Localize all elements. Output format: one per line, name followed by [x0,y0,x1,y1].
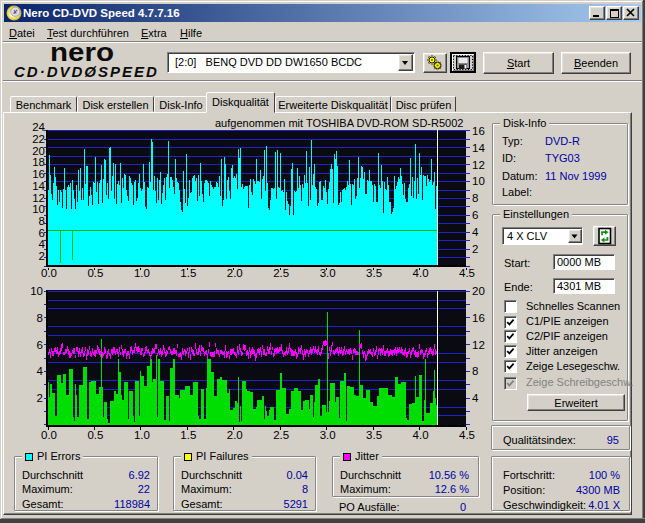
svg-text:0.5: 0.5 [87,429,103,441]
svg-text:8: 8 [472,365,478,377]
svg-text:6: 6 [37,339,43,351]
svg-text:24: 24 [32,121,45,133]
svg-text:1.0: 1.0 [134,429,150,441]
svg-text:2.5: 2.5 [273,429,289,441]
svg-text:3.0: 3.0 [320,429,336,441]
svg-text:2.5: 2.5 [273,267,289,279]
svg-text:3.5: 3.5 [366,267,382,279]
svg-text:3.5: 3.5 [366,429,382,441]
svg-text:14: 14 [472,142,485,154]
svg-text:20: 20 [32,145,45,157]
svg-text:8: 8 [39,215,45,227]
svg-text:2: 2 [39,250,45,262]
svg-text:0.0: 0.0 [41,267,57,279]
svg-text:20: 20 [472,285,485,297]
svg-text:2.0: 2.0 [227,267,243,279]
svg-text:10: 10 [32,203,45,215]
svg-text:12: 12 [472,339,485,351]
svg-text:3.0: 3.0 [320,267,336,279]
svg-text:2.0: 2.0 [227,429,243,441]
svg-text:4: 4 [39,238,46,250]
svg-text:16: 16 [472,312,485,324]
svg-text:4.0: 4.0 [413,429,429,441]
svg-text:14: 14 [32,180,45,192]
svg-text:4.0: 4.0 [413,267,429,279]
svg-text:12: 12 [32,192,45,204]
svg-text:16: 16 [472,125,485,137]
svg-text:16: 16 [32,168,45,180]
svg-text:1.5: 1.5 [180,267,196,279]
svg-text:4: 4 [472,226,479,238]
svg-text:6: 6 [39,227,45,239]
svg-text:2: 2 [472,243,478,255]
svg-text:12: 12 [472,159,485,171]
svg-text:10: 10 [30,285,43,297]
svg-text:18: 18 [32,156,45,168]
svg-text:22: 22 [32,133,45,145]
svg-text:0.0: 0.0 [41,429,57,441]
svg-text:10: 10 [472,175,485,187]
svg-text:4.5: 4.5 [459,429,475,441]
svg-text:1.5: 1.5 [180,429,196,441]
svg-text:0.5: 0.5 [87,267,103,279]
svg-text:8: 8 [472,192,478,204]
svg-text:4: 4 [37,365,44,377]
svg-text:4: 4 [472,392,479,404]
svg-text:6: 6 [472,209,478,221]
svg-text:8: 8 [37,312,43,324]
svg-text:4.5: 4.5 [459,267,475,279]
svg-text:1.0: 1.0 [134,267,150,279]
svg-text:2: 2 [37,392,43,404]
